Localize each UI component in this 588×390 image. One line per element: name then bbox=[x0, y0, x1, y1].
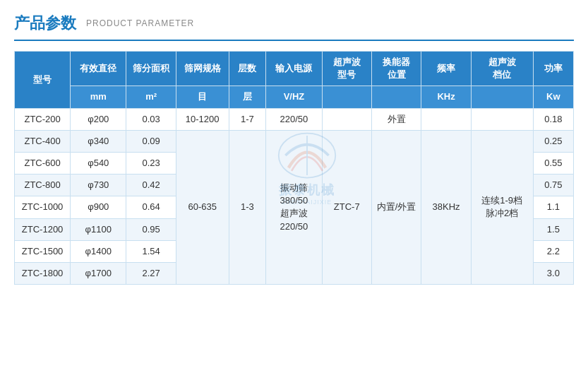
cell-diam: φ1700 bbox=[71, 262, 126, 284]
cell-watt: 0.75 bbox=[533, 175, 573, 196]
col-subheader-watt: Kw bbox=[533, 86, 573, 108]
cell-area: 0.64 bbox=[126, 196, 176, 218]
table-wrapper: 振泰机械 ZHENTAIJIXIE 型号 有效直径 筛分面积 筛网规格 层数 输… bbox=[14, 51, 574, 285]
product-table: 型号 有效直径 筛分面积 筛网规格 层数 输入电源 超声波型号 换能器位置 频率… bbox=[14, 51, 574, 285]
cell-model: ZTC-400 bbox=[15, 130, 71, 152]
cell-model: ZTC-1800 bbox=[15, 262, 71, 284]
cell-utype bbox=[322, 108, 371, 130]
col-subheader-utype bbox=[322, 86, 371, 108]
col-header-ultrasonic-type: 超声波型号 bbox=[322, 52, 371, 86]
cell-power-merged: 振动筛 380/50 超声波 220/50 bbox=[266, 130, 322, 284]
col-header-mesh: 筛网规格 bbox=[176, 52, 229, 86]
cell-mesh-merged: 60-635 bbox=[176, 130, 229, 284]
cell-model: ZTC-1000 bbox=[15, 196, 71, 218]
cell-area: 2.27 bbox=[126, 262, 176, 284]
cell-model: ZTC-1500 bbox=[15, 240, 71, 262]
cell-diam: φ200 bbox=[71, 108, 126, 130]
cell-watt: 1.5 bbox=[533, 218, 573, 240]
cell-watt: 1.1 bbox=[533, 196, 573, 218]
col-header-freq: 频率 bbox=[421, 52, 471, 86]
col-subheader-power: V/HZ bbox=[266, 86, 322, 108]
col-subheader-layer: 层 bbox=[229, 86, 266, 108]
cell-area: 0.95 bbox=[126, 218, 176, 240]
cell-gear-merged: 连续1-9档 脉冲2档 bbox=[471, 130, 533, 284]
cell-mesh: 10-1200 bbox=[176, 108, 229, 130]
col-header-watt: 功率 bbox=[533, 52, 573, 86]
col-header-diam: 有效直径 bbox=[71, 52, 126, 86]
col-subheader-mesh: 目 bbox=[176, 86, 229, 108]
cell-gear bbox=[471, 108, 533, 130]
col-header-model: 型号 bbox=[15, 52, 71, 109]
cell-diam: φ900 bbox=[71, 196, 126, 218]
cell-model: ZTC-200 bbox=[15, 108, 71, 130]
cell-layer: 1-7 bbox=[229, 108, 266, 130]
cell-watt: 3.0 bbox=[533, 262, 573, 284]
cell-layer-merged: 1-3 bbox=[229, 130, 266, 284]
page-title-cn: 产品参数 bbox=[14, 13, 76, 34]
col-subheader-diam: mm bbox=[71, 86, 126, 108]
cell-diam: φ340 bbox=[71, 130, 126, 152]
col-header-gear: 超声波档位 bbox=[471, 52, 533, 86]
cell-area: 0.09 bbox=[126, 130, 176, 152]
cell-converter-merged: 内置/外置 bbox=[371, 130, 421, 284]
cell-model: ZTC-600 bbox=[15, 152, 71, 174]
col-subheader-conv bbox=[371, 86, 421, 108]
cell-model: ZTC-1200 bbox=[15, 218, 71, 240]
col-header-power-input: 输入电源 bbox=[266, 52, 322, 86]
cell-watt: 2.2 bbox=[533, 240, 573, 262]
cell-model: ZTC-800 bbox=[15, 175, 71, 196]
cell-watt: 0.18 bbox=[533, 108, 573, 130]
col-subheader-area: m² bbox=[126, 86, 176, 108]
page-header: 产品参数 PRODUCT PARAMETER bbox=[14, 13, 574, 41]
cell-freq bbox=[421, 108, 471, 130]
col-subheader-gear bbox=[471, 86, 533, 108]
cell-diam: φ540 bbox=[71, 152, 126, 174]
page-title-en: PRODUCT PARAMETER bbox=[86, 18, 194, 28]
cell-converter: 外置 bbox=[371, 108, 421, 130]
col-header-area: 筛分面积 bbox=[126, 52, 176, 86]
cell-utype-merged: ZTC-7 bbox=[322, 130, 371, 284]
cell-watt: 0.25 bbox=[533, 130, 573, 152]
table-row: ZTC-400φ3400.0960-6351-3振动筛 380/50 超声波 2… bbox=[15, 130, 574, 152]
cell-area: 0.23 bbox=[126, 152, 176, 174]
col-subheader-freq: KHz bbox=[421, 86, 471, 108]
cell-diam: φ730 bbox=[71, 175, 126, 196]
cell-watt: 0.55 bbox=[533, 152, 573, 174]
cell-freq-merged: 38KHz bbox=[421, 130, 471, 284]
cell-area: 0.03 bbox=[126, 108, 176, 130]
cell-power: 220/50 bbox=[266, 108, 322, 130]
cell-area: 0.42 bbox=[126, 175, 176, 196]
cell-area: 1.54 bbox=[126, 240, 176, 262]
col-header-layer: 层数 bbox=[229, 52, 266, 86]
table-row: ZTC-200φ2000.0310-12001-7220/50外置0.18 bbox=[15, 108, 574, 130]
cell-diam: φ1100 bbox=[71, 218, 126, 240]
col-header-converter: 换能器位置 bbox=[371, 52, 421, 86]
cell-diam: φ1400 bbox=[71, 240, 126, 262]
